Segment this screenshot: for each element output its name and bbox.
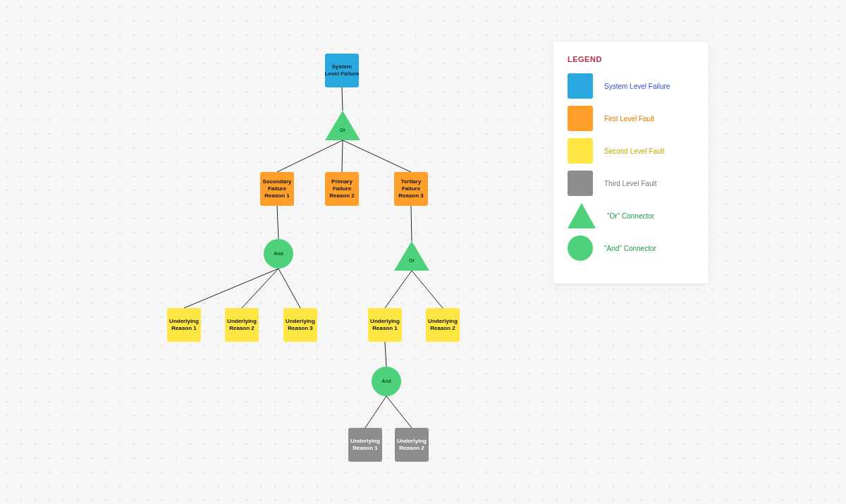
legend-label: Third Level Fault xyxy=(604,180,656,188)
or-connector-label: Or xyxy=(325,128,360,134)
node-tertiary-failure-3[interactable]: Tertiary Failure Reason 3 xyxy=(394,172,428,206)
svg-line-13 xyxy=(386,396,412,428)
swatch-gray xyxy=(568,171,593,196)
svg-line-4 xyxy=(277,206,278,239)
and-connector-2[interactable]: And xyxy=(372,367,401,396)
legend-item-system: System Level Failure xyxy=(568,73,694,99)
legend-label: System Level Failure xyxy=(604,82,670,90)
svg-line-7 xyxy=(242,269,278,308)
legend-title: LEGEND xyxy=(568,55,694,63)
triangle-icon xyxy=(325,111,360,140)
node-third-1[interactable]: Underlying Reason 1 xyxy=(348,428,382,462)
swatch-orange xyxy=(568,106,593,131)
legend-label: First Level Fault xyxy=(604,115,654,123)
node-third-2[interactable]: Underlying Reason 2 xyxy=(395,428,429,462)
node-underlying-b1[interactable]: Underlying Reason 1 xyxy=(368,308,402,342)
or-connector-1[interactable]: Or xyxy=(325,111,360,139)
triangle-icon xyxy=(394,241,429,271)
svg-line-6 xyxy=(184,269,278,308)
node-underlying-a2[interactable]: Underlying Reason 2 xyxy=(225,308,259,342)
node-primary-failure-2[interactable]: Primary Failure Reason 2 xyxy=(325,172,359,206)
svg-line-9 xyxy=(385,271,412,308)
svg-line-11 xyxy=(385,342,386,367)
legend-item-third: Third Level Fault xyxy=(568,171,694,196)
svg-line-12 xyxy=(365,396,386,428)
svg-line-1 xyxy=(277,140,343,172)
circle-icon xyxy=(568,235,593,261)
triangle-icon xyxy=(568,203,596,228)
legend-label: "Or" Connector xyxy=(607,212,654,220)
legend-label: "And" Connector xyxy=(604,245,656,252)
node-underlying-a1[interactable]: Underlying Reason 1 xyxy=(167,308,201,342)
svg-line-5 xyxy=(411,206,412,241)
swatch-blue xyxy=(568,73,593,99)
svg-line-0 xyxy=(342,87,343,111)
svg-line-3 xyxy=(343,140,411,172)
legend-item-first: First Level Fault xyxy=(568,106,694,131)
legend-item-second: Second Level Fault xyxy=(568,138,694,164)
legend-panel: LEGEND System Level Failure First Level … xyxy=(553,42,709,283)
or-connector-label: Or xyxy=(394,258,429,264)
svg-line-8 xyxy=(278,269,300,308)
and-connector-1[interactable]: And xyxy=(264,239,293,269)
node-underlying-b2[interactable]: Underlying Reason 2 xyxy=(426,308,460,342)
legend-item-and: "And" Connector xyxy=(568,235,694,261)
swatch-yellow xyxy=(568,138,593,164)
svg-line-2 xyxy=(342,140,343,172)
svg-line-10 xyxy=(412,271,443,308)
node-system-level-failure[interactable]: System Level Failure xyxy=(325,54,359,87)
node-secondary-failure-1[interactable]: Secondary Failure Reason 1 xyxy=(260,172,294,206)
node-underlying-a3[interactable]: Underlying Reason 3 xyxy=(283,308,317,342)
or-connector-2[interactable]: Or xyxy=(394,241,429,269)
legend-item-or: "Or" Connector xyxy=(568,203,694,228)
legend-label: Second Level Fault xyxy=(604,147,665,155)
